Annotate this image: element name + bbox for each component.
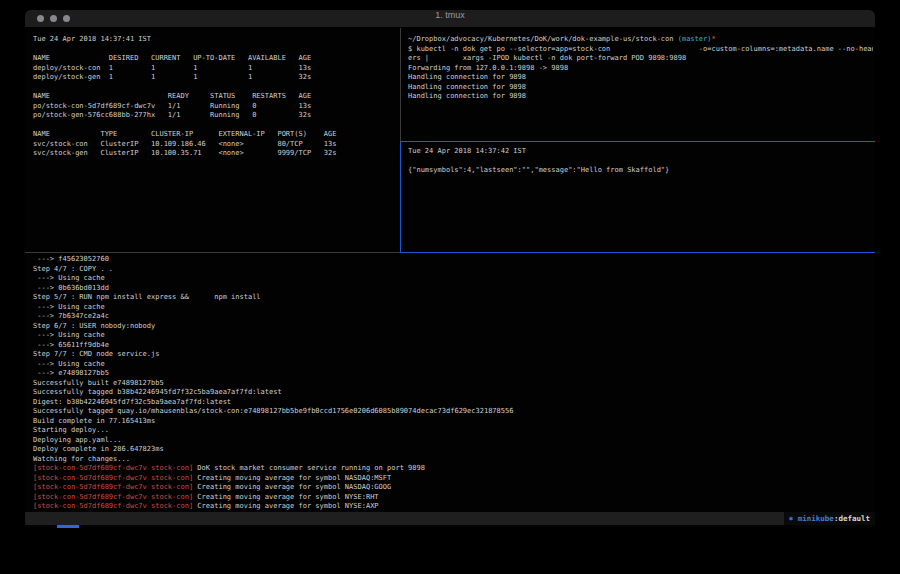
text-segment: [stock-con-5d7df689cf-dwc7v stock-con] xyxy=(33,502,193,510)
text-segment: DoK stock market consumer service runnin… xyxy=(193,464,425,472)
text-segment: Creating moving average for symbol NYSE:… xyxy=(193,493,378,501)
pane-divider-vertical-active[interactable] xyxy=(400,141,401,253)
tmux-status-bar: dok0:vagrant@localhost:~* ⎈ minikube:def… xyxy=(25,512,875,525)
container-log-line: [stock-con-5d7df689cf-dwc7v stock-con] C… xyxy=(33,493,873,503)
text-segment: [stock-con-5d7df689cf-dwc7v stock-con] xyxy=(33,493,193,501)
container-log-line: [stock-con-5d7df689cf-dwc7v stock-con] C… xyxy=(33,483,873,493)
terminal-window: 1. tmux Tue 24 Apr 2018 14:37:41 IST NAM… xyxy=(25,10,875,528)
pane-divider-vertical-inactive[interactable] xyxy=(400,28,401,141)
text-segment: Creating moving average for symbol NASDA… xyxy=(193,483,391,491)
pane-kubectl-watch[interactable]: Tue 24 Apr 2018 14:37:41 IST NAME DESIRE… xyxy=(33,35,398,250)
text-segment: Creating moving average for symbol NYSE:… xyxy=(193,502,378,510)
tmux-window-tab[interactable]: 0:vagrant@localhost:~* xyxy=(84,527,183,528)
text-segment: [stock-con-5d7df689cf-dwc7v stock-con] xyxy=(33,474,193,482)
kube-context-indicator: ⎈ minikube:default xyxy=(784,512,875,525)
tmux-session-badge: dok xyxy=(57,525,79,528)
window-titlebar: 1. tmux xyxy=(25,10,875,28)
text-segment: (master) xyxy=(678,35,712,43)
text-segment: * xyxy=(711,35,715,43)
pane-curl-output[interactable]: Tue 24 Apr 2018 14:37:42 IST {"numsymbol… xyxy=(408,147,873,250)
kube-context-name: minikube xyxy=(798,514,834,523)
text-segment: ~/Dropbox/advocacy/Kubernetes/DoK/work/d… xyxy=(408,35,678,43)
screenshot-root: { "window": { "title": "1. tmux" }, "col… xyxy=(0,0,900,574)
pane-divider-bottom-right[interactable] xyxy=(400,252,875,253)
pane-divider-right-horizontal[interactable] xyxy=(400,141,875,142)
port-forward-output: $ kubectl -n dok get po --selector=app=s… xyxy=(408,45,873,102)
tmux-terminal: Tue 24 Apr 2018 14:37:41 IST NAME DESIRE… xyxy=(25,28,875,528)
text-segment: [stock-con-5d7df689cf-dwc7v stock-con] xyxy=(33,464,193,472)
container-log-line: [stock-con-5d7df689cf-dwc7v stock-con] D… xyxy=(33,464,873,474)
container-log-line: [stock-con-5d7df689cf-dwc7v stock-con] C… xyxy=(33,502,873,512)
kube-namespace: :default xyxy=(834,514,870,523)
shell-path-line: ~/Dropbox/advocacy/Kubernetes/DoK/work/d… xyxy=(408,35,873,45)
text-segment: [stock-con-5d7df689cf-dwc7v stock-con] xyxy=(33,483,193,491)
kubectl-watch-output: Tue 24 Apr 2018 14:37:41 IST NAME DESIRE… xyxy=(33,35,398,159)
zoom-button-icon[interactable] xyxy=(63,15,70,22)
curl-json-output: Tue 24 Apr 2018 14:37:42 IST {"numsymbol… xyxy=(408,147,873,176)
close-button-icon[interactable] xyxy=(37,15,44,22)
pane-port-forward[interactable]: ~/Dropbox/advocacy/Kubernetes/DoK/work/d… xyxy=(408,35,873,139)
pane-divider-bottom-left[interactable] xyxy=(25,252,400,253)
minimize-button-icon[interactable] xyxy=(50,15,57,22)
pane-skaffold-build[interactable]: ---> f45623052760 Step 4/7 : COPY . . --… xyxy=(33,255,873,512)
window-title: 1. tmux xyxy=(25,10,875,20)
docker-build-output: ---> f45623052760 Step 4/7 : COPY . . --… xyxy=(33,255,873,464)
text-segment: Creating moving average for symbol NASDA… xyxy=(193,474,391,482)
container-log-line: [stock-con-5d7df689cf-dwc7v stock-con] C… xyxy=(33,474,873,484)
